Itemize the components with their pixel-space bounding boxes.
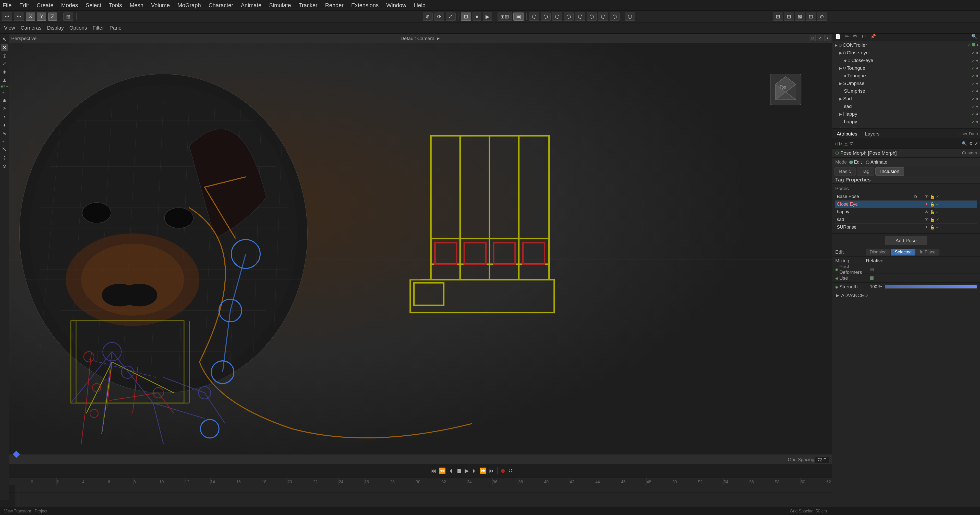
tree-item-happy2[interactable]: happy ✓● [832,118,980,126]
menu-help[interactable]: Help [414,2,426,9]
tree-item-controller[interactable]: ▶ ⬡ CONTroller ✓ ● [832,41,980,49]
viewport-single[interactable]: ▣ [513,13,524,21]
menu-tools[interactable]: Tools [109,2,122,9]
user-data-btn[interactable]: User Data [958,132,978,137]
edit-disabled-btn[interactable]: Disabled [866,249,890,256]
rotate-tool[interactable]: ⟳ [434,13,444,21]
pose-surprise-check[interactable]: ✓ [936,225,939,230]
rp-btn3[interactable]: ⊠ [795,13,805,21]
btn-record[interactable]: ⏺ [500,467,506,474]
pose-base-lock[interactable]: 🔒 [930,194,935,199]
pose-happy-check[interactable]: ✓ [936,210,939,215]
transform-btn[interactable]: ⊞ [63,13,73,21]
tool7[interactable]: ⬡ [598,13,608,21]
rp-btn5[interactable]: ⊙ [817,13,827,21]
render-preview[interactable]: ● [473,13,481,21]
tool-mine[interactable]: ⛏ [1,146,8,153]
pose-row-surprise[interactable]: SURprise 👁 🔒 ✓ [835,224,977,231]
tool-sculpt[interactable]: ✦ [1,122,8,129]
tool8[interactable]: ⬡ [609,13,620,21]
btn-loop[interactable]: ↺ [508,467,513,474]
tool-add[interactable]: ⊕ [1,68,8,76]
tool6[interactable]: ⬡ [587,13,597,21]
add-pose-button[interactable]: Add Pose [885,236,927,245]
edit-inplace-btn[interactable]: In Place [916,249,939,256]
tree-item-toungue2[interactable]: ◆ Toungue ✓● [832,72,980,79]
pose-closeeye-check[interactable]: ✓ [936,202,939,207]
tree-item-sumprise2[interactable]: SUmprise ✓● [832,87,980,95]
obj-tool-file[interactable]: 📄 [834,33,842,40]
menu-mograph[interactable]: MoGraph [177,2,201,9]
tool-brush[interactable]: ✏ [1,89,8,96]
tool-loop-sel[interactable]: ◎ [1,52,8,59]
tree-item-toungue1[interactable]: ▶ ⬡ Toungue ✓● [832,64,980,72]
tool3[interactable]: ⬡ [552,13,562,21]
tree-item-finchar[interactable]: ▶ 👤 fineCharacter ✓● [832,126,980,128]
tree-item-sad2[interactable]: sad ✓● [832,103,980,110]
custom-button[interactable]: Custom [962,151,977,156]
pose-sad-eye[interactable]: 👁 [924,218,929,222]
menu-character[interactable]: Character [208,2,233,9]
obj-search-icon[interactable]: 🔍 [970,33,978,40]
tree-item-happy1[interactable]: ▶ Happy ✓● [832,110,980,118]
tab-attributes[interactable]: Attributes [834,131,860,137]
attr-search-icon[interactable]: 🔍 [961,141,967,146]
tree-item-sumprise1[interactable]: ▶ SUmprise ✓● [832,79,980,87]
pose-happy-eye[interactable]: 👁 [924,210,929,215]
tool1[interactable]: ⬡ [529,13,539,21]
sub-view[interactable]: View [2,24,17,32]
menu-file[interactable]: File [3,2,11,9]
tool-pen[interactable]: ✏ [1,138,8,145]
pose-sad-check[interactable]: ✓ [936,217,939,222]
pose-base-eye[interactable]: 👁 [924,194,929,199]
sub-cameras[interactable]: Cameras [19,24,43,32]
axis-y-btn[interactable]: Y [37,13,46,21]
mode-animate-radio[interactable]: Animate [866,159,887,165]
tool-cursor[interactable]: ↖ [1,36,8,43]
mode-edit-radio[interactable]: Edit [849,159,862,165]
tool4[interactable]: ⬡ [564,13,574,21]
obj-tool-tags[interactable]: 🏷 [860,33,868,40]
attr-settings-icon[interactable]: ⚙ [969,141,973,146]
vp-mode-btn[interactable]: ⊡ [809,35,816,41]
tree-item-sad1[interactable]: ▶ Sad ✓● [832,95,980,103]
pose-surprise-eye[interactable]: 👁 [924,225,929,230]
attr-expand-icon[interactable]: ⤢ [974,141,978,146]
move-tool[interactable]: ⊕ [423,13,433,21]
sub-panel[interactable]: Panel [107,24,124,32]
obj-tool-bookmarks[interactable]: 📌 [869,33,877,40]
undo-btn[interactable]: ↩ [2,13,12,21]
viewport-grid[interactable]: ⊞⊞ [498,13,512,21]
sub-filter[interactable]: Filter [91,24,106,32]
edit-selected-btn[interactable]: Selected [891,249,915,256]
obj-tool-view[interactable]: 👁 [851,33,859,40]
tool9[interactable]: ⬡ [625,13,635,21]
rp-btn1[interactable]: ⊞ [773,13,783,21]
scale-tool[interactable]: ⤢ [446,13,456,21]
btn-go-start[interactable]: ⏮ [431,467,436,474]
menu-mesh[interactable]: Mesh [130,2,143,9]
attr-down-btn[interactable]: ▽ [849,141,853,146]
btn-stop[interactable]: ⏹ [457,467,462,474]
menu-extensions[interactable]: Extensions [351,2,379,9]
sub-display[interactable]: Display [45,24,66,32]
rp-btn4[interactable]: ⊡ [806,13,816,21]
pose-row-sad[interactable]: sad 👁 🔒 ✓ [835,216,977,224]
menu-render[interactable]: Render [325,2,344,9]
obj-tool-edit[interactable]: ✏ [843,33,850,40]
pose-surprise-lock[interactable]: 🔒 [930,225,935,230]
pose-closeeye-lock[interactable]: 🔒 [930,202,935,207]
snap-tool[interactable]: ⊡ [461,13,471,21]
menu-animate[interactable]: Animate [241,2,261,9]
strength-bar[interactable] [885,285,977,289]
tool-star[interactable]: ✱ [1,97,8,104]
tool-scale[interactable]: ⤢ [1,60,8,67]
btn-go-end[interactable]: ⏭ [489,467,495,474]
menu-create[interactable]: Create [37,2,53,9]
tool-dots[interactable]: ⋮ [1,154,8,162]
redo-btn[interactable]: ↪ [14,13,24,21]
menu-window[interactable]: Window [386,2,406,9]
attr-forward-btn[interactable]: ▷ [839,141,843,146]
pose-row-base[interactable]: Base Pose b 👁 🔒 ✓ [835,193,977,200]
btn-next-frame[interactable]: ⏵ [471,467,477,474]
